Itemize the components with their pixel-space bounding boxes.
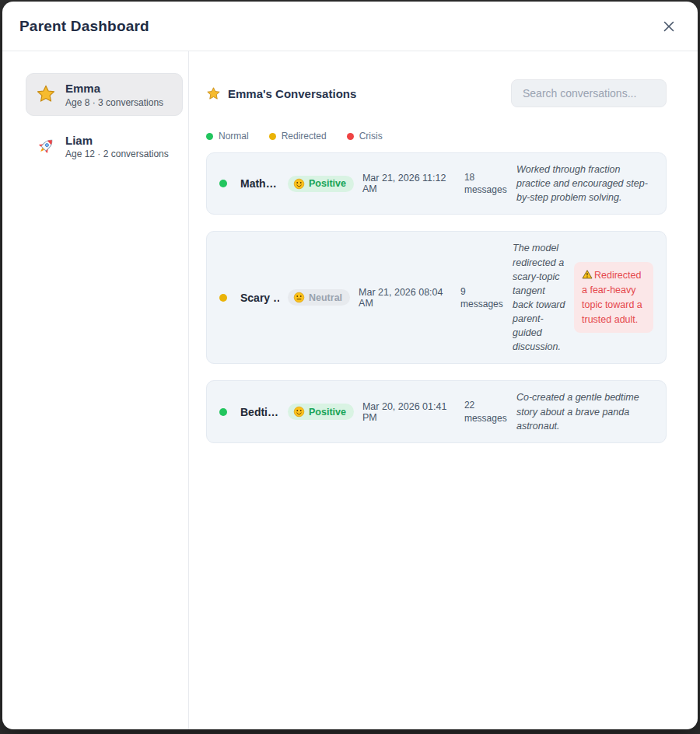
conversation-summary: Worked through fraction practice and enc… bbox=[516, 163, 653, 204]
conversation-title: Math… bbox=[240, 177, 279, 190]
conversation-card[interactable]: Math… Positive Mar 21, 2026 11:12 AM 18 … bbox=[206, 152, 667, 215]
sentiment-badge: Neutral bbox=[288, 289, 350, 306]
smiley-positive-icon bbox=[293, 406, 305, 418]
conversation-card[interactable]: Bedti… Positive Mar 20, 2026 01:41 PM 22… bbox=[206, 380, 667, 442]
flag-callout: Redirected a fear-heavy topic toward a t… bbox=[574, 262, 653, 333]
warning-icon bbox=[582, 270, 594, 281]
sentiment-badge: Positive bbox=[288, 404, 354, 420]
conversation-list: Math… Positive Mar 21, 2026 11:12 AM 18 … bbox=[206, 152, 667, 443]
legend-item-crisis: Crisis bbox=[347, 131, 383, 142]
conversation-summary: The model redirected a scary-topic tange… bbox=[513, 241, 565, 354]
sidebar-item-liam[interactable]: Liam Age 12 · 2 conversations bbox=[26, 125, 183, 168]
sidebar-item-emma[interactable]: Emma Age 8 · 3 conversations bbox=[26, 73, 183, 116]
parent-dashboard-modal: Parent Dashboard Emma Age 8 · 3 conversa… bbox=[2, 2, 698, 729]
sentiment-badge: Positive bbox=[288, 176, 354, 192]
sentiment-label: Positive bbox=[309, 178, 346, 189]
conversation-date: Mar 21, 2026 08:04 AM bbox=[359, 287, 452, 309]
rocket-icon bbox=[36, 136, 56, 156]
message-count: 22 messages bbox=[464, 399, 508, 424]
conversation-card[interactable]: Scary … Neutral Mar 21, 2026 08:04 AM 9 … bbox=[206, 231, 667, 364]
star-icon bbox=[36, 84, 56, 104]
smiley-neutral-icon bbox=[293, 292, 305, 303]
child-name: Liam bbox=[65, 133, 169, 149]
child-info: Liam Age 12 · 2 conversations bbox=[65, 133, 169, 160]
message-count-number: 18 bbox=[464, 171, 508, 184]
message-count: 18 messages bbox=[464, 171, 508, 196]
message-count-number: 9 bbox=[460, 285, 504, 298]
child-info: Emma Age 8 · 3 conversations bbox=[65, 81, 163, 108]
conversation-title: Scary … bbox=[240, 292, 279, 304]
legend-label: Normal bbox=[219, 131, 249, 142]
message-count-label: messages bbox=[460, 298, 504, 310]
close-icon bbox=[663, 20, 675, 33]
status-dot-icon bbox=[219, 180, 227, 187]
legend-item-normal: Normal bbox=[206, 131, 249, 142]
conversation-summary: Co-created a gentle bedtime story about … bbox=[516, 390, 653, 432]
star-icon bbox=[206, 86, 221, 101]
conversations-header: Emma's Conversations bbox=[206, 79, 667, 107]
child-meta: Age 12 · 2 conversations bbox=[65, 149, 169, 159]
close-button[interactable] bbox=[657, 15, 681, 38]
child-meta: Age 8 · 3 conversations bbox=[65, 97, 163, 108]
status-dot-icon bbox=[219, 294, 227, 302]
sentiment-label: Positive bbox=[309, 407, 346, 418]
page-title: Parent Dashboard bbox=[19, 18, 149, 35]
message-count-label: messages bbox=[464, 184, 508, 196]
modal-header: Parent Dashboard bbox=[2, 2, 698, 51]
status-dot-icon bbox=[219, 408, 227, 416]
conversations-panel: Emma's Conversations Normal Redirected C… bbox=[189, 51, 698, 729]
status-legend: Normal Redirected Crisis bbox=[206, 131, 667, 142]
crisis-dot-icon bbox=[347, 133, 354, 140]
conversation-date: Mar 21, 2026 11:12 AM bbox=[362, 173, 456, 194]
redirected-dot-icon bbox=[269, 133, 276, 140]
message-count-number: 22 bbox=[464, 399, 508, 411]
legend-label: Crisis bbox=[359, 131, 383, 142]
child-name: Emma bbox=[65, 81, 163, 96]
conversation-date: Mar 20, 2026 01:41 PM bbox=[362, 401, 456, 423]
legend-label: Redirected bbox=[282, 131, 327, 142]
legend-item-redirected: Redirected bbox=[269, 131, 327, 142]
modal-body: Emma Age 8 · 3 conversations bbox=[2, 51, 698, 729]
normal-dot-icon bbox=[206, 133, 213, 140]
smiley-positive-icon bbox=[293, 178, 305, 190]
sentiment-label: Neutral bbox=[309, 292, 342, 303]
message-count: 9 messages bbox=[460, 285, 504, 310]
message-count-label: messages bbox=[464, 412, 508, 425]
conversations-title: Emma's Conversations bbox=[228, 87, 356, 100]
heading-wrap: Emma's Conversations bbox=[206, 86, 356, 101]
search-input[interactable] bbox=[511, 79, 667, 107]
children-sidebar: Emma Age 8 · 3 conversations bbox=[2, 51, 189, 729]
conversation-title: Bedti… bbox=[240, 406, 279, 418]
